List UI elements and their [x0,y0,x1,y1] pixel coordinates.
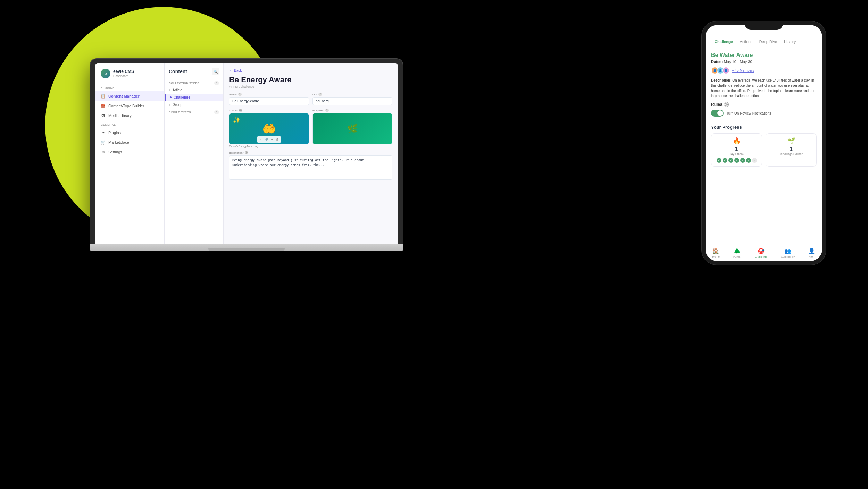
rules-section: Rules ⓘ Turn On Review Notifications [711,102,817,117]
item-label: Group [173,103,182,107]
description-label: description* ⓘ [229,151,392,154]
description-info-icon: ⓘ [245,151,248,154]
nav-profile[interactable]: 👤 Pro... [808,248,815,258]
image-row: image* ⓘ 🤲 ✨ + 🔗 ✏ [229,109,392,147]
uid-input[interactable] [312,97,392,105]
streak-value: 1 [715,146,758,152]
tab-actions[interactable]: Actions [736,37,756,47]
seedlings-card: 🌱 1 Seedlings Earned [766,133,817,167]
streak-card: 🔥 1 Day Streak ✓ ✓ ✓ ✓ ✓ ✓ [711,133,762,167]
forest-icon: 🌲 [734,248,741,254]
members-row: 👤 👤 👤 + 45 Members [711,67,817,74]
sidebar-item-content-manager[interactable]: 📋 Content Manager [95,91,164,101]
media-library-icon: 🖼 [101,113,106,118]
desc-label: Description: [711,78,731,82]
content-list-panel: Content 🔍 COLLECTION TYPES 3 Article Cha… [165,63,224,244]
dates-label: Dates: [711,60,723,64]
nav-challenge-label: Challenge [755,255,767,258]
dot-2: ✓ [723,158,727,163]
seedlings-label: Seedlings Earned [769,152,813,157]
edit-image-tool[interactable]: ✏ [269,137,274,142]
image-alt-upload-area[interactable]: 🌿 [312,113,392,144]
challenge-dates: Dates: May 10 - May 30 [711,60,817,64]
nav-challenge[interactable]: 🎯 Challenge [755,248,767,258]
content-item-group[interactable]: Group [165,101,223,108]
progress-title: Your Progress [711,125,817,130]
image-info-icon: ⓘ [239,109,242,112]
sidebar-item-media-library[interactable]: 🖼 Media Library [95,111,164,120]
sidebar-item-plugins[interactable]: ✦ Plugins [95,128,164,137]
phone-notch [745,21,783,30]
tab-deep-dive[interactable]: Deep Dive [756,37,781,47]
notifications-toggle[interactable] [711,110,724,117]
dot-6: ✓ [746,158,751,163]
content-type-icon: 🧱 [101,103,106,108]
general-section-label: GENERAL [95,120,164,128]
nav-community[interactable]: 👥 Community [781,248,795,258]
laptop-screen-outer: e eevie CMS Dashboard PLUGINS 📋 Content … [90,59,403,244]
dot-1: ✓ [717,158,721,163]
dot-3: ✓ [728,158,733,163]
phone-screen: Challenge Actions Deep Dive History Be W… [706,25,822,261]
back-button[interactable]: ← Back [229,69,392,73]
image-label: image* ⓘ [229,109,309,112]
image-alt-preview: 🌿 [313,113,392,144]
sidebar-item-content-type-builder[interactable]: 🧱 Content-Type Builder [95,101,164,111]
tab-challenge[interactable]: Challenge [711,37,736,47]
item-dot [169,104,170,106]
name-input[interactable] [229,97,309,105]
nav-home-label: Home [712,255,720,258]
item-label: Article [173,88,182,92]
content-item-article[interactable]: Article [165,86,223,94]
name-label: name* ⓘ [229,93,309,96]
laptop-screen: e eevie CMS Dashboard PLUGINS 📋 Content … [95,63,398,244]
single-types-count: 0 [214,110,219,114]
search-button[interactable]: 🔍 [212,68,219,75]
plugins-icon: ✦ [101,130,106,135]
item-label-active: Challenge [174,95,190,99]
sidebar-item-label: Settings [108,150,122,154]
leaf-icon: 🌿 [347,124,358,134]
api-id-label: API ID : challenge [229,85,392,88]
nav-forest-label: Forest [733,255,741,258]
dot-7: ○ [752,158,757,163]
tab-history[interactable]: History [781,37,799,47]
item-dot [169,89,170,91]
progress-section: Your Progress 🔥 1 Day Streak ✓ ✓ ✓ [711,125,817,167]
plugins-section-label: PLUGINS [95,84,164,91]
laptop-base [90,244,403,251]
link-image-tool[interactable]: 🔗 [264,137,269,142]
single-types-section: SINGLE TYPES 0 [165,108,223,116]
brand-text: eevie CMS Dashboard [113,69,134,78]
members-link[interactable]: + 45 Members [732,69,754,73]
seedlings-value: 1 [769,146,813,152]
panel-header: Content 🔍 [165,68,223,79]
rules-label: Rules ⓘ [711,102,817,107]
content-manager-icon: 📋 [101,94,106,99]
back-arrow-icon: ← [229,69,233,73]
profile-icon: 👤 [808,248,815,254]
phone-frame: Challenge Actions Deep Dive History Be W… [701,21,826,265]
item-dot-active [170,96,172,98]
sidebar-item-marketplace[interactable]: 🛒 Marketplace [95,137,164,147]
content-item-challenge[interactable]: Challenge [165,94,223,101]
add-image-tool[interactable]: + [258,137,263,142]
nav-home[interactable]: 🏠 Home [712,248,720,258]
sidebar-item-settings[interactable]: ⚙ Settings [95,147,164,157]
image-upload-area[interactable]: 🤲 ✨ + 🔗 ✏ 🗑 [229,113,309,144]
image-field-container: image* ⓘ 🤲 ✨ + 🔗 ✏ [229,109,309,147]
community-icon: 👥 [784,248,791,254]
description-textarea[interactable]: Being energy-aware goes beyond just turn… [229,155,392,180]
image-alt-field-container: imageAlt* ⓘ 🌿 [312,109,392,147]
delete-image-tool[interactable]: 🗑 [275,137,280,142]
uid-info-icon: ⓘ [318,93,322,96]
challenge-description: Description: On average, we each use 140… [711,78,817,99]
nav-forest[interactable]: 🌲 Forest [733,248,741,258]
member-avatars: 👤 👤 👤 [711,67,730,74]
rules-info-icon: ⓘ [724,102,729,107]
progress-cards: 🔥 1 Day Streak ✓ ✓ ✓ ✓ ✓ ✓ [711,133,817,167]
streak-dots: ✓ ✓ ✓ ✓ ✓ ✓ ○ [715,158,758,163]
uid-field: uid* ⓘ [312,93,392,105]
sidebar-brand: e eevie CMS Dashboard [95,69,164,84]
challenge-icon: 🎯 [758,248,765,254]
